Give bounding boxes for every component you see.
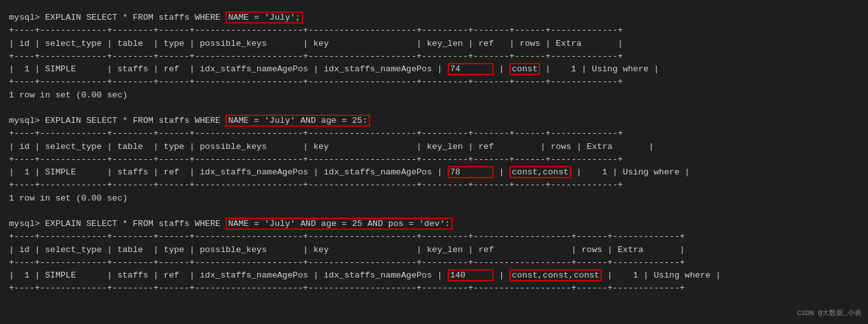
query2-sep2: +----+-------------+--------+------+----…: [9, 153, 859, 166]
query2-footer: 1 row in set (0.00 sec): [9, 192, 859, 205]
query1-ref: const: [509, 63, 541, 75]
watermark-text: CSDN @大数据_小表: [797, 308, 862, 318]
query3-highlight: NAME = 'July' AND age = 25 AND pos = 'de…: [225, 218, 452, 230]
query2-ref: const,const: [509, 166, 571, 178]
query1-prompt: mysql> EXPLAIN SELECT * FROM staffs WHER…: [9, 11, 859, 24]
query2-keylen: 78: [448, 166, 494, 178]
blank2: [9, 205, 859, 218]
query1-keylen: 74: [448, 63, 494, 75]
query1-sep2: +----+-------------+--------+------+----…: [9, 50, 859, 63]
query3-sep3: +----+-------------+--------+------+----…: [9, 282, 859, 295]
query1-data: | 1 | SIMPLE | staffs | ref | idx_staffs…: [9, 63, 859, 76]
query1-highlight: NAME = 'July';: [225, 11, 302, 24]
query3-sep1: +----+-------------+--------+------+----…: [9, 230, 859, 243]
query1-prompt-text: mysql> EXPLAIN SELECT * FROM staffs WHER…: [9, 11, 303, 24]
query1-sep1: +----+-------------+--------+------+----…: [9, 24, 859, 37]
query3-data: | 1 | SIMPLE | staffs | ref | idx_staffs…: [9, 269, 859, 282]
query3-prompt: mysql> EXPLAIN SELECT * FROM staffs WHER…: [9, 218, 859, 230]
query2-highlight: NAME = 'July' AND age = 25:: [225, 115, 370, 127]
query2-sep3: +----+-------------+--------+------+----…: [9, 179, 859, 192]
query3-header: | id | select_type | table | type | poss…: [9, 244, 859, 257]
query3-sep2: +----+-------------+--------+------+----…: [9, 257, 859, 269]
query3-ref: const,const,const: [509, 269, 602, 281]
query1-header: | id | select_type | table | type | poss…: [9, 38, 859, 50]
query2-header: | id | select_type | table | type | poss…: [9, 141, 859, 153]
blank1: [9, 102, 859, 115]
query2-sep1: +----+-------------+--------+------+----…: [9, 127, 859, 140]
query2-prompt: mysql> EXPLAIN SELECT * FROM staffs WHER…: [9, 115, 859, 127]
query3-keylen: 140: [448, 269, 494, 281]
query1-sep3: +----+-------------+--------+------+----…: [9, 76, 859, 88]
query1-footer: 1 row in set (0.00 sec): [9, 89, 859, 102]
terminal: mysql> EXPLAIN SELECT * FROM staffs WHER…: [6, 6, 862, 300]
query2-data: | 1 | SIMPLE | staffs | ref | idx_staffs…: [9, 166, 859, 179]
